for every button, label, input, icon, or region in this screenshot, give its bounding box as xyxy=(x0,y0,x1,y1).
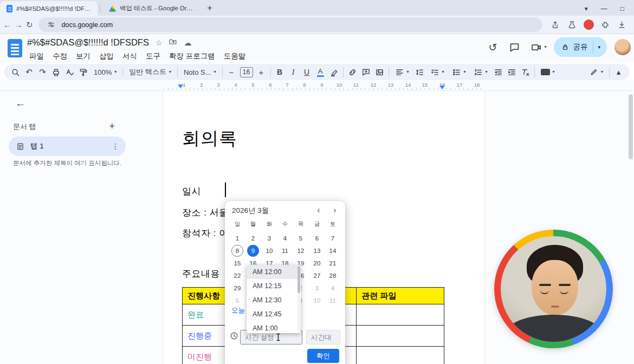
calendar-day[interactable]: 15 xyxy=(231,257,243,269)
tab-options-icon[interactable]: ⋮ xyxy=(112,142,119,151)
clear-formatting-button[interactable] xyxy=(519,66,532,79)
table-cell[interactable] xyxy=(357,326,444,347)
calendar-day[interactable]: 6 xyxy=(311,232,323,244)
calendar-day-next-month[interactable]: 4 xyxy=(327,282,339,294)
prev-month-button[interactable]: ‹ xyxy=(313,204,325,216)
extension-avatar-badge[interactable] xyxy=(584,20,594,30)
calendar-day-next-month[interactable]: 5 xyxy=(231,295,243,307)
right-indent-marker[interactable] xyxy=(439,86,445,89)
font-select[interactable]: Noto S...▾ xyxy=(180,68,220,76)
browser-tab-docs[interactable]: #%$#SDAS@$!!!!!!d !DFSDFS xyxy=(0,1,98,16)
menu-extensions[interactable]: 확장 프로그램 xyxy=(165,50,219,63)
minimize-button[interactable]: — xyxy=(601,5,607,12)
editing-mode-button[interactable]: ▾ xyxy=(585,68,607,77)
reload-button[interactable]: ↻ xyxy=(26,18,33,32)
browser-tab-drive[interactable]: 백업 테스트 - Google Drive xyxy=(102,1,200,16)
extensions-puzzle-icon[interactable] xyxy=(600,20,611,30)
time-option[interactable]: AM 12:00 xyxy=(247,265,301,279)
close-tabs-panel-button[interactable]: ← xyxy=(15,98,25,109)
redo-button[interactable]: ↷ xyxy=(36,66,49,79)
align-button[interactable]: ▾ xyxy=(391,68,413,77)
site-info-icon[interactable] xyxy=(46,20,57,30)
calendar-day[interactable]: 20 xyxy=(311,257,323,269)
next-month-button[interactable]: › xyxy=(329,204,341,216)
docs-logo[interactable] xyxy=(8,39,22,57)
tab-search-icon[interactable]: ▾ xyxy=(585,5,588,12)
menu-view[interactable]: 보기 xyxy=(72,50,95,63)
address-input[interactable]: docs.google.com xyxy=(38,17,542,32)
account-avatar[interactable] xyxy=(614,39,631,55)
insert-image-button[interactable] xyxy=(373,66,386,79)
table-cell[interactable] xyxy=(357,347,444,364)
undo-button[interactable]: ↶ xyxy=(22,66,36,79)
maximize-button[interactable]: □ xyxy=(620,5,624,12)
calendar-day-next-month[interactable]: 11 xyxy=(327,295,339,307)
table-cell[interactable] xyxy=(357,304,444,326)
sidebar-item-tab1[interactable]: 탭 1 ⋮ xyxy=(9,136,126,156)
highlight-color-button[interactable] xyxy=(327,66,341,79)
time-option[interactable]: AM 12:45 xyxy=(247,307,301,321)
today-link[interactable]: 오늘 xyxy=(231,306,245,315)
time-option[interactable]: AM 12:15 xyxy=(247,279,301,293)
time-option[interactable]: AM 1:00 xyxy=(247,321,301,333)
star-icon[interactable]: ☆ xyxy=(156,38,163,47)
dropdown-scrollbar-thumb[interactable] xyxy=(297,266,300,293)
increase-indent-button[interactable] xyxy=(505,66,519,79)
paint-format-button[interactable] xyxy=(76,66,90,79)
decrease-font-size-button[interactable]: − xyxy=(225,66,238,79)
insert-link-button[interactable] xyxy=(346,66,359,79)
calendar-day[interactable]: 13 xyxy=(311,245,323,257)
print-button[interactable] xyxy=(49,66,63,79)
version-history-icon[interactable]: ↺ xyxy=(486,40,500,54)
calendar-day[interactable]: 28 xyxy=(327,270,339,282)
underline-button[interactable]: U xyxy=(300,66,314,79)
add-comment-button[interactable] xyxy=(359,66,373,79)
calendar-day-next-month[interactable]: 3 xyxy=(311,282,323,294)
meet-button[interactable]: ▾ xyxy=(529,40,546,54)
input-tools-button[interactable]: ▾ xyxy=(537,69,559,75)
download-icon[interactable] xyxy=(617,20,627,30)
font-size-input[interactable]: 16 xyxy=(240,67,253,77)
calendar-day[interactable]: 22 xyxy=(231,270,243,282)
hide-menus-button[interactable]: ▴ xyxy=(612,66,625,79)
checklist-button[interactable]: ▾ xyxy=(426,68,448,77)
new-tab-button[interactable]: + xyxy=(203,2,216,15)
italic-button[interactable]: I xyxy=(287,66,300,79)
paragraph-styles-select[interactable]: 일반 텍스트▾ xyxy=(125,67,175,77)
calendar-day[interactable]: 27 xyxy=(311,270,323,282)
calendar-day[interactable]: 12 xyxy=(295,245,307,257)
cloud-status-icon[interactable]: ☁ xyxy=(184,38,191,47)
menu-help[interactable]: 도움말 xyxy=(219,50,250,63)
line-spacing-button[interactable] xyxy=(413,66,426,79)
confirm-button[interactable]: 확인 xyxy=(307,349,339,363)
table-header-cell[interactable]: 관련 파일 xyxy=(357,288,444,304)
increase-font-size-button[interactable]: + xyxy=(255,66,268,79)
comments-icon[interactable] xyxy=(507,40,521,54)
calendar-day[interactable]: 14 xyxy=(327,245,339,257)
calendar-day[interactable]: 11 xyxy=(279,245,291,257)
indent-marker[interactable] xyxy=(178,84,183,88)
share-dropdown-caret[interactable]: ▾ xyxy=(593,44,605,50)
document-title[interactable]: #%$#SDAS@$!!!!!!d !DFSDFS xyxy=(27,37,149,48)
calendar-day[interactable]: 4 xyxy=(279,232,291,244)
calendar-day[interactable]: 3 xyxy=(263,232,275,244)
bulleted-list-button[interactable]: ▾ xyxy=(448,68,470,77)
calendar-day[interactable]: 5 xyxy=(295,232,307,244)
back-button[interactable]: ← xyxy=(3,18,11,32)
calendar-day[interactable]: 7 xyxy=(327,232,339,244)
calendar-day[interactable]: 1 xyxy=(231,232,243,244)
menu-edit[interactable]: 수정 xyxy=(48,50,72,63)
spellcheck-button[interactable] xyxy=(63,66,76,79)
bold-button[interactable]: B xyxy=(273,66,287,79)
calendar-day[interactable]: 10 xyxy=(263,245,275,257)
extension-beaker-icon[interactable] xyxy=(567,20,578,30)
calendar-day-today[interactable]: 8 xyxy=(231,245,243,257)
time-option[interactable]: AM 12:30 xyxy=(247,293,301,307)
search-menus-button[interactable] xyxy=(9,66,22,79)
move-folder-icon[interactable] xyxy=(169,37,177,48)
timezone-input[interactable] xyxy=(306,330,340,344)
calendar-day[interactable]: 2 xyxy=(247,232,259,244)
numbered-list-button[interactable]: ▾ xyxy=(470,68,491,77)
decrease-indent-button[interactable] xyxy=(491,66,505,79)
calendar-day-next-month[interactable]: 10 xyxy=(311,295,323,307)
